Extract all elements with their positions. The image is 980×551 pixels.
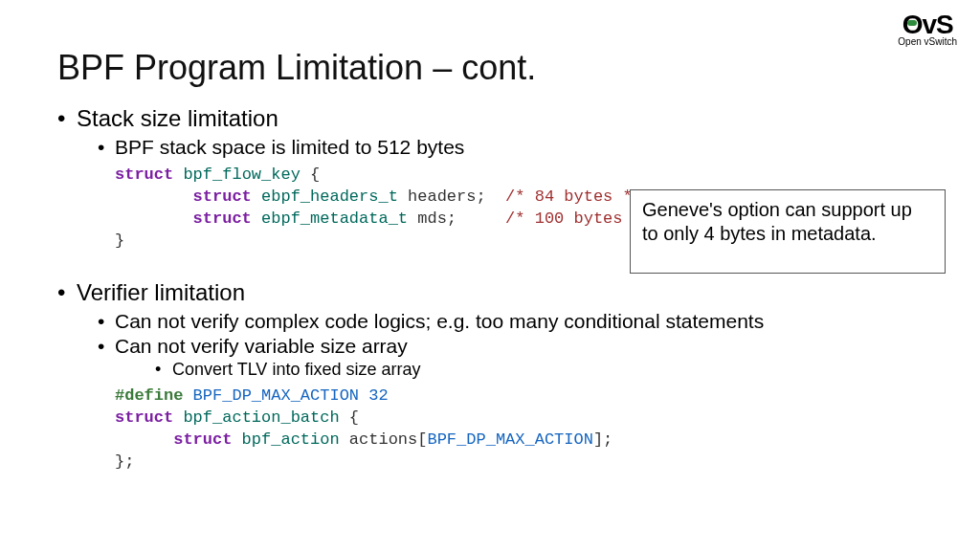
code-block-2: #define BPF_DP_MAX_ACTION 32 struct bpf_… [115,386,923,474]
slide-title: BPF Program Limitation – cont. [57,48,923,88]
bullet-verifier: Verifier limitation Can not verify compl… [57,279,923,380]
bullet-verifier-subsub: Convert TLV into fixed size array [115,360,923,380]
bullet-stack-text: Stack size limitation [77,105,278,131]
bullet-verifier-sub2: Can not verify variable size array Conve… [77,335,923,380]
callout-text: Geneve's option can support up to only 4… [642,199,912,244]
bullet-stack: Stack size limitation BPF stack space is… [57,105,923,159]
bullet-verifier-sub1: Can not verify complex code logics; e.g.… [77,310,923,333]
logo-mark: OvS [898,11,957,38]
bullet-verifier-text: Verifier limitation [77,279,245,305]
logo: OvS Open vSwitch [898,11,957,47]
callout-box: Geneve's option can support up to only 4… [630,189,946,274]
bullet-stack-sub1: BPF stack space is limited to 512 bytes [77,136,923,159]
